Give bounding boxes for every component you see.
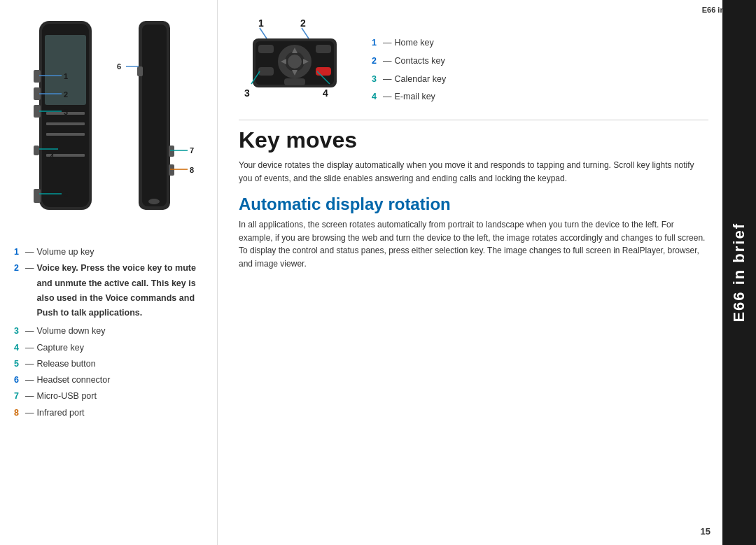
svg-rect-5 <box>46 133 85 136</box>
list-item: 6 — Headset connector <box>14 373 206 388</box>
svg-line-37 <box>302 28 309 38</box>
phone-image: 1 2 3 4 5 6 7 <box>20 14 202 231</box>
svg-text:8: 8 <box>190 166 194 174</box>
keypad-svg: 1 2 <box>239 14 351 105</box>
label-text: Contacts key <box>395 53 445 70</box>
label-number: 2 <box>372 53 382 70</box>
svg-rect-14 <box>137 66 143 76</box>
svg-rect-15 <box>169 146 174 157</box>
right-column: 1 2 <box>217 0 722 545</box>
label-number: 4 <box>14 341 24 355</box>
label-text: Voice key. Press the voice key to mute a… <box>37 261 207 320</box>
keypad-image: 1 2 <box>239 14 351 105</box>
keypad-labels-list: 1 — Home key 2 — Contacts key 3 — Calend… <box>372 35 446 107</box>
list-item: 1 — Home key <box>372 35 446 52</box>
label-text: Release button <box>37 357 96 371</box>
label-text: Home key <box>395 35 434 52</box>
label-text: Infrared port <box>37 406 85 420</box>
divider <box>239 120 708 120</box>
key-moves-body: Your device rotates the display automati… <box>239 159 708 185</box>
label-number: 6 <box>14 373 24 388</box>
list-item: 4 — Capture key <box>14 341 206 355</box>
svg-text:6: 6 <box>117 62 121 71</box>
label-text: Volume down key <box>37 324 106 339</box>
key-moves-title: Key moves <box>239 127 708 153</box>
svg-point-17 <box>148 199 160 204</box>
list-item: 3 — Calendar key <box>372 71 446 88</box>
list-item: 8 — Infrared port <box>14 406 206 420</box>
list-item: 5 — Release button <box>14 357 206 371</box>
svg-text:2: 2 <box>300 17 306 29</box>
auto-rotation-body: In all applications, the screen rotates … <box>239 218 708 270</box>
list-item: 2 — Contacts key <box>372 53 446 70</box>
label-text: Calendar key <box>395 71 447 88</box>
left-column: 1 2 3 4 5 6 7 <box>0 0 217 545</box>
auto-rotation-title: Automatic display rotation <box>239 194 708 214</box>
svg-rect-11 <box>34 189 41 203</box>
svg-text:1: 1 <box>64 72 68 80</box>
svg-rect-4 <box>46 122 85 125</box>
label-number: 3 <box>372 71 382 88</box>
svg-rect-49 <box>316 45 331 53</box>
label-number: 1 <box>372 35 382 52</box>
list-item: 7 — Micro-USB port <box>14 389 206 404</box>
svg-line-36 <box>260 28 267 38</box>
svg-rect-47 <box>258 45 274 53</box>
svg-rect-7 <box>34 70 41 83</box>
svg-text:7: 7 <box>190 146 194 155</box>
svg-rect-50 <box>316 67 331 76</box>
svg-rect-16 <box>169 164 174 176</box>
label-text: Capture key <box>37 341 84 355</box>
label-number: 7 <box>14 389 24 404</box>
label-text: E-mail key <box>395 89 435 106</box>
side-tab: E66 in brief <box>722 0 756 545</box>
svg-rect-51 <box>284 78 305 85</box>
list-item: 4 — E-mail key <box>372 89 446 106</box>
phone-labels-list: 1 — Volume up key 2 — Voice key. Press t… <box>14 245 206 420</box>
list-item: 1 — Volume up key <box>14 245 206 260</box>
label-number: 5 <box>14 357 24 371</box>
svg-rect-10 <box>34 146 39 155</box>
svg-text:2: 2 <box>64 90 68 99</box>
page-number: 15 <box>701 526 710 537</box>
phone-svg: 1 2 3 4 5 6 7 <box>20 14 202 231</box>
svg-point-46 <box>288 55 302 69</box>
svg-text:1: 1 <box>258 17 264 29</box>
svg-rect-13 <box>142 24 167 206</box>
svg-text:3: 3 <box>64 108 68 116</box>
main-content: 1 2 3 4 5 6 7 <box>0 0 722 545</box>
label-text: Headset connector <box>37 373 111 388</box>
label-number: 1 <box>14 245 24 260</box>
svg-text:5: 5 <box>64 190 68 199</box>
label-text: Micro-USB port <box>37 389 97 404</box>
label-number: 3 <box>14 324 24 339</box>
svg-text:4: 4 <box>323 87 328 99</box>
svg-rect-48 <box>258 67 274 76</box>
label-text: Volume up key <box>37 245 94 260</box>
label-number: 8 <box>14 406 24 420</box>
svg-text:3: 3 <box>244 87 250 99</box>
svg-text:4: 4 <box>50 153 55 161</box>
side-tab-label: E66 in brief <box>730 222 748 323</box>
list-item: 3 — Volume down key <box>14 324 206 339</box>
label-number: 4 <box>372 89 382 106</box>
keypad-section: 1 2 <box>239 14 708 107</box>
list-item: 2 — Voice key. Press the voice key to mu… <box>14 261 206 320</box>
label-number: 2 <box>14 261 24 276</box>
